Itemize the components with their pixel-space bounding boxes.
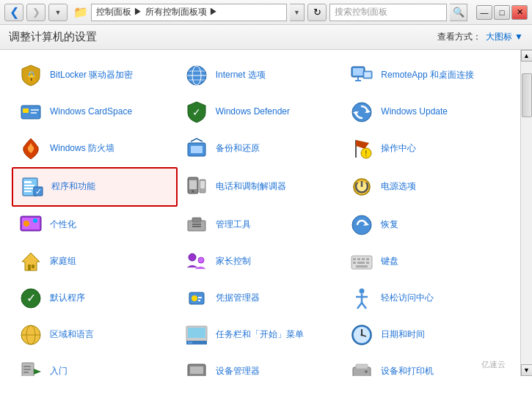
update-icon bbox=[349, 99, 375, 125]
grid-item-parental[interactable]: 家长控制 bbox=[178, 243, 343, 280]
svg-rect-11 bbox=[365, 73, 371, 78]
recent-button[interactable]: ▼ bbox=[48, 4, 68, 21]
svg-point-85 bbox=[361, 334, 363, 336]
scroll-up[interactable]: ▲ bbox=[521, 50, 533, 62]
refresh-button[interactable]: ↻ bbox=[307, 4, 327, 21]
grid-item-programs[interactable]: ✓程序和功能 bbox=[12, 167, 178, 207]
action-icon: ! bbox=[349, 136, 375, 162]
svg-text:✓: ✓ bbox=[26, 292, 36, 304]
programs-label: 程序和功能 bbox=[51, 181, 95, 193]
svg-rect-92 bbox=[190, 366, 203, 374]
svg-rect-87 bbox=[23, 366, 31, 367]
personalize-label: 个性化 bbox=[50, 219, 76, 231]
back-button[interactable]: ❮ bbox=[4, 4, 23, 21]
devmgr-label: 设备管理器 bbox=[216, 366, 260, 376]
svg-rect-68 bbox=[198, 300, 200, 301]
bitlocker-label: BitLocker 驱动器加密 bbox=[50, 70, 133, 81]
power-label: 电源选项 bbox=[381, 181, 416, 193]
svg-line-72 bbox=[357, 303, 362, 309]
grid-item-remoteapp[interactable]: RemoteApp 和桌面连接 bbox=[343, 57, 509, 94]
view-label: 查看方式： bbox=[437, 31, 481, 43]
svg-rect-56 bbox=[357, 258, 360, 260]
svg-rect-61 bbox=[366, 262, 369, 264]
defender-label: Windows Defender bbox=[216, 106, 290, 118]
grid-item-devmgr[interactable]: 设备管理器 bbox=[178, 353, 343, 376]
address-dropdown[interactable]: ▼ bbox=[290, 4, 305, 21]
grid-item-phone[interactable]: 电话和调制解调器 bbox=[178, 167, 343, 207]
forward-button[interactable]: ❯ bbox=[26, 4, 45, 21]
search-box[interactable]: 搜索控制面板 bbox=[329, 4, 447, 21]
svg-rect-58 bbox=[366, 258, 369, 260]
grid-item-manage[interactable]: 管理工具 bbox=[178, 207, 343, 243]
grid-item-internet[interactable]: Internet 选项 bbox=[178, 57, 343, 94]
parental-icon bbox=[183, 248, 210, 275]
svg-rect-45 bbox=[192, 218, 201, 222]
grid-item-keyboard[interactable]: 键盘 bbox=[343, 243, 509, 280]
grid-item-action[interactable]: !操作中心 bbox=[343, 130, 509, 167]
svg-rect-27 bbox=[24, 185, 34, 186]
view-mode-button[interactable]: 大图标 ▼ bbox=[486, 31, 523, 43]
address-box[interactable]: 控制面板 ▶ 所有控制面板项 ▶ bbox=[91, 4, 287, 21]
page-title: 调整计算机的设置 bbox=[9, 30, 97, 44]
search-button[interactable]: 🔍 bbox=[450, 4, 467, 21]
recover-label: 恢复 bbox=[381, 219, 398, 231]
maximize-button[interactable]: □ bbox=[494, 5, 510, 20]
grid-item-taskbar[interactable]: 任务栏和「开始」菜单 bbox=[178, 317, 343, 353]
devmgr-icon bbox=[183, 358, 210, 376]
svg-text:✓: ✓ bbox=[192, 106, 201, 118]
grid-item-intro[interactable]: 入门 bbox=[12, 353, 178, 376]
grid-item-region[interactable]: 区域和语言 bbox=[12, 317, 178, 353]
manage-icon bbox=[183, 212, 210, 238]
svg-rect-13 bbox=[23, 108, 29, 113]
svg-rect-60 bbox=[357, 262, 365, 264]
update-label: Windows Update bbox=[381, 106, 448, 118]
search-placeholder: 搜索控制面板 bbox=[335, 6, 387, 18]
grid-item-datetime[interactable]: 日期和时间 bbox=[343, 317, 509, 353]
grid-item-backup[interactable]: 备份和还原 bbox=[178, 130, 343, 167]
scroll-thumb[interactable] bbox=[522, 73, 532, 117]
svg-rect-8 bbox=[357, 77, 359, 80]
power-icon bbox=[349, 174, 375, 200]
address-bar: ❮ ❯ ▼ 📁 控制面板 ▶ 所有控制面板项 ▶ ▼ ↻ 搜索控制面板 🔍 — … bbox=[0, 0, 532, 25]
content-area: 🔒BitLocker 驱动器加密Internet 选项RemoteApp 和桌面… bbox=[0, 50, 520, 376]
close-button[interactable]: ✕ bbox=[511, 5, 528, 20]
scroll-down[interactable]: ▼ bbox=[521, 364, 533, 376]
svg-rect-26 bbox=[24, 181, 32, 183]
backup-label: 备份和还原 bbox=[216, 143, 260, 155]
svg-rect-78 bbox=[188, 328, 205, 338]
grid-item-accessibility[interactable]: 轻松访问中心 bbox=[343, 280, 509, 317]
title-bar: ❮ ❯ ▼ 📁 控制面板 ▶ 所有控制面板项 ▶ ▼ ↻ 搜索控制面板 🔍 — … bbox=[0, 0, 532, 25]
minimize-button[interactable]: — bbox=[476, 5, 492, 20]
datetime-icon bbox=[349, 322, 375, 348]
phone-icon bbox=[183, 174, 210, 200]
svg-point-52 bbox=[189, 254, 196, 261]
grid-item-bitlocker[interactable]: 🔒BitLocker 驱动器加密 bbox=[12, 57, 178, 94]
grid-item-firewall[interactable]: Windows 防火墙 bbox=[12, 130, 178, 167]
svg-line-73 bbox=[362, 303, 366, 309]
svg-point-53 bbox=[198, 257, 204, 263]
svg-rect-28 bbox=[24, 188, 33, 189]
svg-rect-88 bbox=[23, 369, 31, 370]
homegroup-label: 家庭组 bbox=[50, 256, 76, 268]
region-label: 区域和语言 bbox=[50, 329, 94, 341]
datetime-label: 日期和时间 bbox=[381, 329, 425, 341]
grid-item-default[interactable]: ✓默认程序 bbox=[12, 280, 178, 317]
grid-item-power[interactable]: 电源选项 bbox=[343, 167, 509, 207]
svg-rect-89 bbox=[23, 372, 29, 373]
svg-point-43 bbox=[33, 218, 37, 223]
remoteapp-label: RemoteApp 和桌面连接 bbox=[381, 70, 474, 81]
cardspace-icon bbox=[18, 99, 44, 125]
grid-item-defender[interactable]: ✓Windows Defender bbox=[178, 94, 343, 130]
grid-item-credential[interactable]: 凭据管理器 bbox=[178, 280, 343, 317]
taskbar-label: 任务栏和「开始」菜单 bbox=[216, 329, 304, 341]
keyboard-label: 键盘 bbox=[381, 256, 398, 268]
grid-item-homegroup[interactable]: 家庭组 bbox=[12, 243, 178, 280]
grid-item-personalize[interactable]: 个性化 bbox=[12, 207, 178, 243]
grid-item-update[interactable]: Windows Update bbox=[343, 94, 509, 130]
items-grid: 🔒BitLocker 驱动器加密Internet 选项RemoteApp 和桌面… bbox=[12, 57, 509, 376]
grid-item-cardspace[interactable]: Windows CardSpace bbox=[12, 94, 178, 130]
svg-point-98 bbox=[365, 370, 368, 373]
svg-rect-55 bbox=[353, 258, 356, 260]
grid-item-recover[interactable]: 恢复 bbox=[343, 207, 509, 243]
region-icon bbox=[18, 322, 44, 348]
